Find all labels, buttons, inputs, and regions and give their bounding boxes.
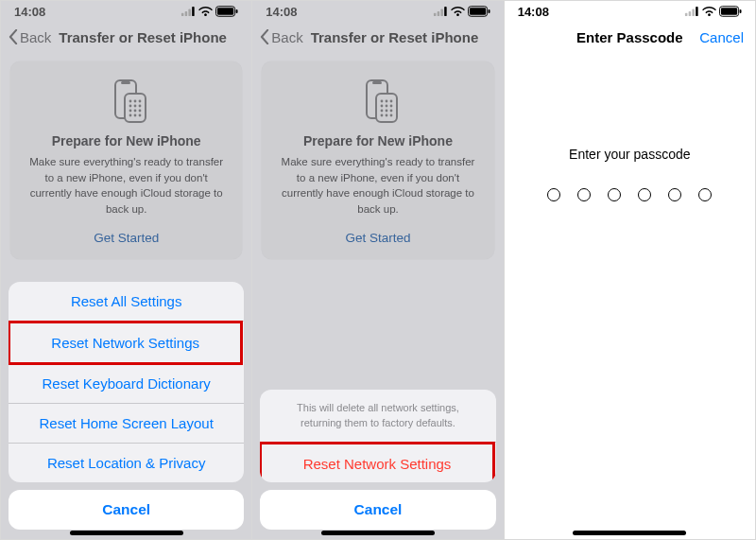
svg-point-12 [138,100,141,103]
svg-rect-31 [376,94,397,122]
three-screenshot-row: 14:08 Back Transfer or Reset iPhone [0,0,756,540]
back-button[interactable]: Back [9,29,51,45]
status-icons [433,6,490,17]
reset-home-screen-layout-button[interactable]: Reset Home Screen Layout [9,404,244,444]
status-bar: 14:08 [1,1,251,22]
cellular-icon [433,7,448,16]
reset-all-settings-button[interactable]: Reset All Settings [9,282,244,322]
battery-icon [215,6,238,17]
iphone-transfer-illustration [350,78,406,124]
cancel-button[interactable]: Cancel [260,490,495,530]
svg-rect-24 [437,11,439,16]
svg-rect-0 [192,7,195,16]
svg-rect-28 [488,9,490,13]
reset-keyboard-dictionary-button[interactable]: Reset Keyboard Dictionary [9,364,244,404]
svg-point-39 [386,110,388,113]
nav-bar: Enter Passcode Cancel [505,22,755,52]
passcode-dot [698,188,712,201]
svg-point-17 [133,110,136,113]
home-indicator[interactable] [70,531,183,535]
confirm-reset-network-button[interactable]: Reset Network Settings [260,442,494,482]
svg-rect-46 [689,11,692,16]
get-started-button[interactable]: Get Started [94,231,159,245]
svg-rect-49 [721,8,737,15]
svg-rect-30 [372,81,382,84]
svg-rect-6 [236,9,238,13]
svg-point-10 [129,100,131,103]
status-icons [684,6,742,17]
wifi-icon [198,7,213,17]
passcode-dot [638,188,651,201]
svg-point-11 [133,100,136,103]
back-label: Back [20,29,51,45]
svg-point-42 [386,114,388,117]
svg-point-15 [138,105,141,108]
cellular-icon [180,7,196,16]
cancel-button[interactable]: Cancel [9,490,244,530]
passcode-prompt: Enter your passcode [505,147,755,162]
svg-point-43 [390,114,393,117]
cellular-icon [684,7,699,16]
svg-rect-8 [121,81,130,84]
card-body: Make sure everything's ready to transfer… [277,154,478,218]
svg-rect-44 [696,7,698,16]
status-bar: 14:08 [252,1,503,22]
svg-rect-22 [444,7,447,16]
svg-point-41 [381,114,384,117]
cancel-button[interactable]: Cancel [699,29,744,45]
nav-title: Enter Passcode [576,29,683,45]
svg-point-16 [129,110,131,113]
iphone-transfer-illustration [98,78,155,124]
nav-bar: Back Transfer or Reset iPhone [252,22,503,52]
status-time: 14:08 [14,5,45,19]
confirm-action-sheet: This will delete all network settings, r… [260,390,495,530]
svg-point-34 [390,100,393,103]
status-time: 14:08 [266,5,297,19]
svg-rect-3 [181,13,184,16]
svg-rect-1 [189,9,192,17]
home-indicator[interactable] [321,531,435,535]
status-time: 14:08 [518,5,549,19]
passcode-dot [608,188,621,201]
passcode-dot [668,188,681,201]
nav-bar: Back Transfer or Reset iPhone [1,22,251,52]
battery-icon [719,6,742,17]
reset-location-privacy-button[interactable]: Reset Location & Privacy [9,444,244,482]
svg-rect-9 [125,94,146,122]
back-label: Back [271,29,302,45]
svg-rect-2 [185,11,188,16]
passcode-entry-area: Enter your passcode [505,147,755,201]
battery-icon [468,6,490,17]
screen-reset-options: 14:08 Back Transfer or Reset iPhone [1,1,252,539]
svg-point-18 [138,110,141,113]
svg-point-32 [381,100,384,103]
get-started-button[interactable]: Get Started [345,231,410,245]
card-body: Make sure everything's ready to transfer… [26,154,227,218]
chevron-left-icon [9,29,18,44]
svg-point-40 [390,110,393,113]
svg-rect-50 [740,9,742,13]
svg-point-13 [129,105,131,108]
card-heading: Prepare for New iPhone [26,133,227,148]
nav-title: Transfer or Reset iPhone [59,29,227,45]
card-heading: Prepare for New iPhone [277,133,478,148]
back-button[interactable]: Back [260,29,302,45]
svg-point-21 [138,114,141,117]
svg-rect-25 [434,13,437,16]
status-bar: 14:08 [505,1,755,22]
svg-rect-5 [217,8,233,15]
svg-point-37 [390,105,393,108]
passcode-dots [505,188,755,201]
svg-point-35 [381,105,384,108]
sheet-message: This will delete all network settings, r… [260,390,495,443]
svg-rect-27 [470,8,486,15]
wifi-icon [702,7,716,17]
prepare-card: Prepare for New iPhone Make sure everyth… [262,61,493,259]
wifi-icon [451,7,465,17]
svg-point-14 [133,105,136,108]
reset-network-settings-button[interactable]: Reset Network Settings [9,321,243,365]
svg-point-20 [133,114,136,117]
home-indicator[interactable] [573,531,686,535]
svg-rect-45 [692,9,695,17]
svg-point-38 [381,110,384,113]
